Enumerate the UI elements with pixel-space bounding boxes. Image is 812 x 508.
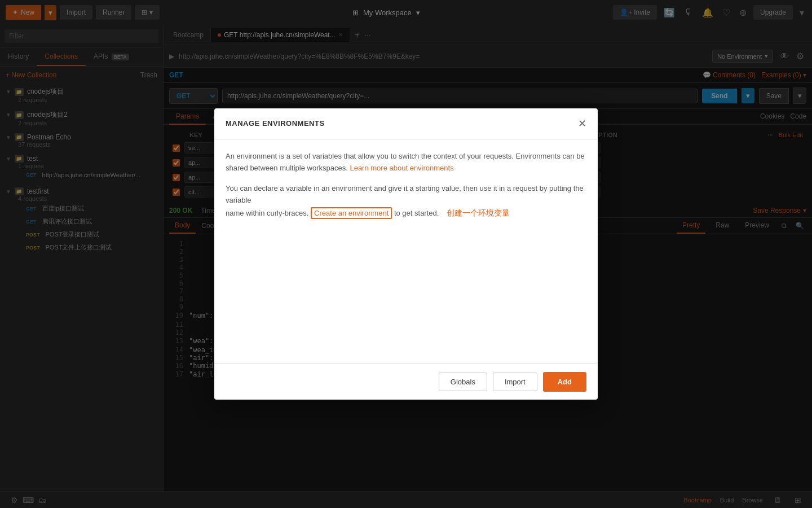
modal-overlay[interactable]: MANAGE ENVIRONMENTS ✕ An environment is … (0, 0, 812, 508)
manage-environments-modal: MANAGE ENVIRONMENTS ✕ An environment is … (214, 108, 598, 400)
modal-env-section: You can declare a variable in an environ… (226, 183, 586, 352)
annotation-text: 创建一个环境变量 (447, 208, 510, 217)
globals-button[interactable]: Globals (439, 373, 487, 391)
modal-env-intro: You can declare a variable in an environ… (226, 183, 586, 219)
add-button[interactable]: Add (543, 372, 586, 392)
learn-more-link[interactable]: Learn more about environments (350, 164, 453, 172)
modal-title: MANAGE ENVIRONMENTS (226, 119, 325, 128)
modal-description: An environment is a set of variables tha… (226, 151, 586, 174)
modal-header: MANAGE ENVIRONMENTS ✕ (214, 108, 598, 139)
intro3-text: to get started. (394, 209, 439, 217)
create-environment-link[interactable]: Create an environment (311, 207, 392, 219)
modal-footer: Globals Import Add (214, 364, 598, 400)
modal-body: An environment is a set of variables tha… (214, 139, 598, 364)
intro2-text: name within curly-braces. (226, 209, 308, 217)
modal-close-button[interactable]: ✕ (578, 117, 586, 130)
import-button[interactable]: Import (493, 373, 537, 391)
